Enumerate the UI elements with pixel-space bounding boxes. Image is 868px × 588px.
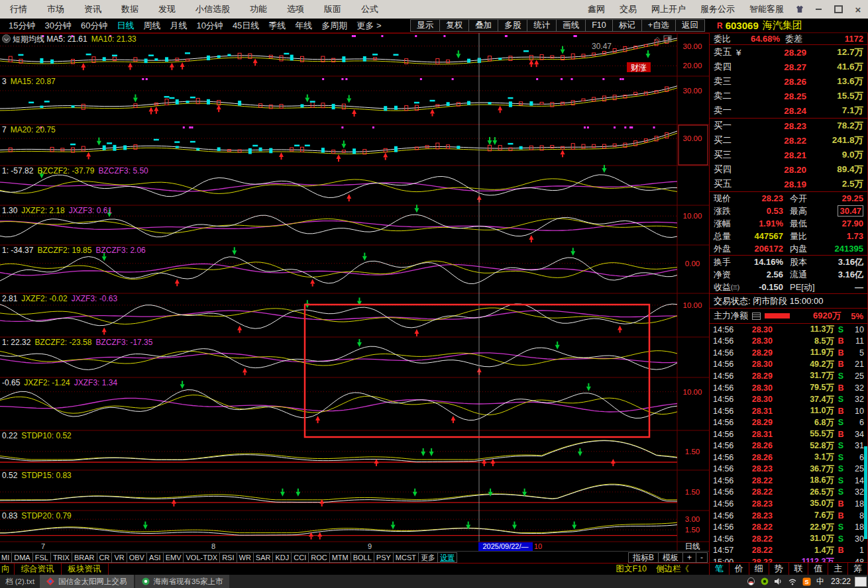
menu-item-2[interactable]: 资讯 xyxy=(74,3,111,15)
period-tab-15分钟[interactable]: 15分钟 xyxy=(4,20,40,32)
restore-button[interactable] xyxy=(828,3,848,16)
period-tab-年线[interactable]: 年线 xyxy=(290,20,317,32)
menu-right-item-4[interactable]: 智能客服 xyxy=(742,3,791,15)
close-button[interactable]: × xyxy=(848,3,868,16)
menu-right-item-3[interactable]: 服务公示 xyxy=(693,3,742,15)
indicator-tab-MTM[interactable]: MTM xyxy=(329,552,351,563)
indicator-tab-更多[interactable]: 更多 xyxy=(418,552,438,563)
indicator-tab-ROC[interactable]: ROC xyxy=(308,552,329,563)
chart-control--[interactable]: - xyxy=(696,552,708,563)
indicator-tab-MI[interactable]: MI xyxy=(0,552,12,563)
sogou-input-icon[interactable]: S xyxy=(802,577,811,586)
indicator-tab-PSY[interactable]: PSY xyxy=(374,552,394,563)
indicator-tab-CR[interactable]: CR xyxy=(97,552,113,563)
trade-row: 14:5628.263.1万S6 xyxy=(710,452,867,464)
period-tab-多周期[interactable]: 多周期 xyxy=(317,20,352,32)
toolbar-button-画线[interactable]: 画线 xyxy=(556,19,586,32)
menu-item-6[interactable]: 功能 xyxy=(240,3,277,15)
indicator-tab-VOL-TDX[interactable]: VOL-TDX xyxy=(183,552,220,563)
chart-control-指标B[interactable]: 指标B xyxy=(628,552,659,563)
menu-right-item-0[interactable]: 鑫网 xyxy=(580,3,612,15)
show-desktop-button[interactable] xyxy=(855,577,867,587)
info-tab-综合资讯[interactable]: 综合资讯 xyxy=(15,564,62,575)
indicator-tab-SAR[interactable]: SAR xyxy=(253,552,274,563)
period-tab-45日线[interactable]: 45日线 xyxy=(228,20,264,32)
period-tab-季线[interactable]: 季线 xyxy=(264,20,290,32)
menu-item-8[interactable]: 版面 xyxy=(314,3,351,15)
period-tab-周线[interactable]: 周线 xyxy=(138,20,165,32)
menu-item-5[interactable]: 小信选股 xyxy=(186,3,240,15)
menu-item-9[interactable]: 公式 xyxy=(351,3,388,15)
mini-tab-笔[interactable]: 笔 xyxy=(710,563,730,575)
mini-tab-主[interactable]: 主 xyxy=(828,563,848,575)
indicator-tab-EMV[interactable]: EMV xyxy=(163,552,184,563)
toolbar-button-复权[interactable]: 复权 xyxy=(439,19,469,32)
indicator-tab-设置[interactable]: 设置 xyxy=(437,552,457,563)
indicator-tab-VR[interactable]: VR xyxy=(111,552,127,563)
toolbar-button-显示[interactable]: 显示 xyxy=(410,19,440,32)
bottom-link-图文F10[interactable]: 图文F10 xyxy=(616,564,647,575)
period-tab-月线[interactable]: 月线 xyxy=(165,20,191,32)
list-icon[interactable] xyxy=(752,313,761,320)
period-tab-日线[interactable]: 日线 xyxy=(112,20,138,32)
skin-theme-icon[interactable] xyxy=(791,5,808,13)
wifi-icon[interactable] xyxy=(788,578,797,585)
minimize-button[interactable] xyxy=(808,3,828,16)
qq-icon[interactable] xyxy=(747,577,755,586)
mini-tab-势[interactable]: 势 xyxy=(769,563,789,575)
indicator-tab-DMA[interactable]: DMA xyxy=(11,552,32,563)
mini-tab-价[interactable]: 价 xyxy=(730,563,749,575)
trade-side: B xyxy=(834,383,847,393)
indicator-tab-FSL[interactable]: FSL xyxy=(32,552,51,563)
trade-list[interactable]: 14:5628.3011.3万S1014:5628.308.5万B1114:56… xyxy=(710,324,867,562)
taskbar-task-1[interactable]: 海南省现有35家上市 xyxy=(135,575,230,588)
indicator-tab-BOLL[interactable]: BOLL xyxy=(351,552,374,563)
input-language-indicator[interactable]: 中 xyxy=(816,576,824,587)
mini-tab-细[interactable]: 细 xyxy=(749,563,769,575)
toolbar-button-统计[interactable]: 统计 xyxy=(527,19,557,32)
info-tab-partial[interactable]: 向 xyxy=(0,564,15,575)
toolbar-button-F10[interactable]: F10 xyxy=(585,19,613,32)
indicator-tab-RSI[interactable]: RSI xyxy=(219,552,237,563)
indicator-tab-ASI[interactable]: ASI xyxy=(146,552,164,563)
indicator-tab-CCI[interactable]: CCI xyxy=(291,552,309,563)
chart-control-模板[interactable]: 模板 xyxy=(658,552,683,563)
taskbar-file-label[interactable]: 档 (2).txt xyxy=(0,577,40,587)
nvidia-icon[interactable] xyxy=(761,577,769,585)
toolbar-button-多股[interactable]: 多股 xyxy=(498,19,527,32)
period-tab-10分钟[interactable]: 10分钟 xyxy=(191,20,227,32)
period-tab-30分钟[interactable]: 30分钟 xyxy=(40,20,76,32)
mini-tab-联[interactable]: 联 xyxy=(789,563,809,575)
period-tab-60分钟[interactable]: 60分钟 xyxy=(76,20,112,32)
toolbar-button-标记[interactable]: 标记 xyxy=(612,19,642,32)
menu-item-3[interactable]: 数据 xyxy=(111,3,148,15)
menu-right-item-2[interactable]: 网上开户 xyxy=(644,3,693,15)
indicator-tab-KDJ[interactable]: KDJ xyxy=(272,552,292,563)
bottom-link-侧边栏《[interactable]: 侧边栏《 xyxy=(656,564,689,575)
info-tab-板块资讯[interactable]: 板块资讯 xyxy=(62,564,109,575)
indicator-tab-BRAR[interactable]: BRAR xyxy=(72,552,97,563)
indicator-tab-OBV[interactable]: OBV xyxy=(127,552,147,563)
speaker-icon[interactable] xyxy=(774,577,783,585)
chart-area[interactable]: 30.0020.0030.0030.0010.000.0010.0010.001… xyxy=(0,33,709,551)
menu-item-1[interactable]: 市场 xyxy=(37,3,74,15)
trade-time: 14:56 xyxy=(713,360,738,369)
toolbar-button-返回[interactable]: 返回 xyxy=(675,19,705,32)
menu-item-0[interactable]: 行情 xyxy=(0,3,37,15)
taskbar-clock[interactable]: 23:22 xyxy=(831,577,851,586)
mini-tab-值[interactable]: 值 xyxy=(808,563,828,575)
trade-list-scrollbar[interactable] xyxy=(864,446,867,539)
menu-item-4[interactable]: 发现 xyxy=(148,3,186,15)
indicator-tab-MCST[interactable]: MCST xyxy=(393,552,419,563)
menu-item-7[interactable]: 选项 xyxy=(277,3,314,15)
menu-right-item-1[interactable]: 交易 xyxy=(612,3,644,15)
taskbar-task-0[interactable]: 国信金太阳网上交易 xyxy=(40,575,134,588)
indicator-chart[interactable]: 30.0020.0030.0030.0010.000.0010.0010.001… xyxy=(0,33,709,551)
toolbar-button-叠加[interactable]: 叠加 xyxy=(468,19,498,32)
chart-control-+[interactable]: + xyxy=(682,552,696,563)
mini-tab-筹[interactable]: 筹 xyxy=(848,563,867,575)
indicator-tab-WR[interactable]: WR xyxy=(237,552,254,563)
toolbar-button-+自选[interactable]: +自选 xyxy=(641,19,676,32)
indicator-tab-TRIX[interactable]: TRIX xyxy=(50,552,72,563)
period-tab-更多 >[interactable]: 更多 > xyxy=(352,20,386,32)
